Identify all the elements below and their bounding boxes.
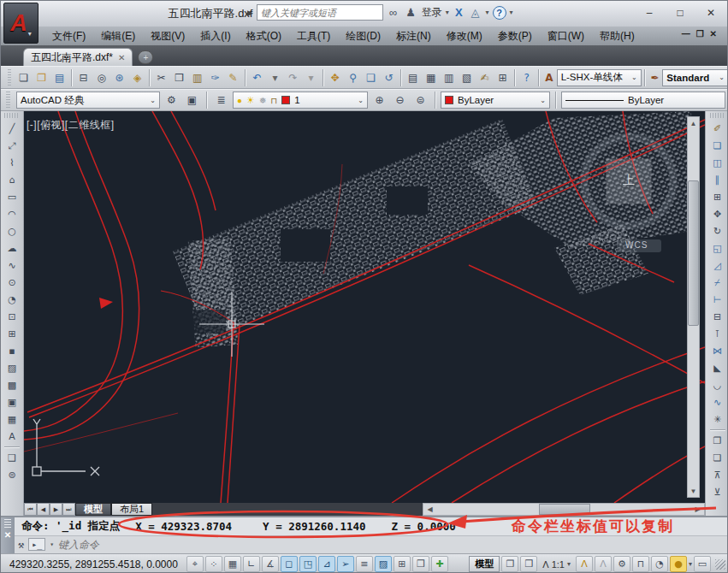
undo-caret[interactable]: ▾ <box>266 68 284 86</box>
sheet-set-manager-icon[interactable]: ▧ <box>458 68 476 86</box>
workspace-settings-icon[interactable]: ⚙ <box>163 92 181 109</box>
clean-screen-icon[interactable]: ▭ <box>694 556 711 572</box>
cursor-coordinates[interactable]: 429320.3255, 2891255.4518, 0.0000 <box>4 558 185 570</box>
polygon-icon[interactable]: ⌂ <box>3 171 21 188</box>
menu-draw[interactable]: 绘图(D) <box>339 27 388 45</box>
viewcube-top-face[interactable]: 上 <box>623 173 635 188</box>
print-preview-icon[interactable]: ◎ <box>92 68 110 86</box>
offset-icon[interactable]: ∥ <box>709 171 726 188</box>
color-combo[interactable]: ByLayer ⌄ <box>441 92 550 109</box>
publish-icon[interactable]: ⊛ <box>110 68 128 86</box>
layer-combo[interactable]: ● ☀ ❅ ⊓ 1 ⌄ <box>233 92 368 109</box>
search-expand-icon[interactable]: ▶ <box>247 9 253 17</box>
quick-view-layouts-icon[interactable]: ❐ <box>501 556 518 572</box>
status-caret-icon[interactable]: ▾ <box>689 560 692 568</box>
fillet-icon[interactable]: ◡ <box>709 376 726 393</box>
copy-clip-icon[interactable]: ❒ <box>170 68 188 86</box>
print-icon[interactable]: ⊟ <box>74 68 92 86</box>
cut-icon[interactable]: ✂ <box>152 68 170 86</box>
gradient-icon[interactable]: ▩ <box>3 376 21 393</box>
region-icon[interactable]: ▣ <box>3 393 21 411</box>
auto-annotate-icon[interactable]: Λ <box>595 556 612 572</box>
table-icon[interactable]: ▦ <box>3 411 21 428</box>
send-to-back-icon[interactable]: ❏ <box>709 449 726 466</box>
menu-parametric[interactable]: 参数(P) <box>491 27 539 45</box>
linetype-combo[interactable]: ByLayer <box>561 92 725 109</box>
ortho-mode-toggle[interactable]: ∟ <box>243 556 260 572</box>
tab-layout1[interactable]: 布局1 <box>111 503 152 516</box>
snap-mode-toggle[interactable]: ⁘ <box>205 556 222 572</box>
minimize-button[interactable]: – <box>636 4 662 21</box>
toolbar-grip[interactable] <box>8 69 11 86</box>
toolbar-grip[interactable] <box>6 92 10 109</box>
open-file-icon[interactable]: ❐ <box>33 68 50 86</box>
doc-close-icon[interactable]: ✕ <box>710 29 717 38</box>
drawing-canvas[interactable]: [-][俯视][二维线框] <box>24 111 705 503</box>
menu-edit[interactable]: 编辑(E) <box>94 27 142 45</box>
vertical-scroll-thumb[interactable] <box>688 180 699 326</box>
tab-nav-prev-button[interactable]: ◀ <box>37 503 50 516</box>
window-resize-grip[interactable] <box>715 559 725 570</box>
block-editor-icon[interactable]: ✎ <box>224 68 242 86</box>
undo-icon[interactable]: ↶ <box>248 68 266 86</box>
lineweight-toggle[interactable]: ≡ <box>356 556 373 572</box>
pan-icon[interactable]: ✥ <box>326 68 344 86</box>
arc-icon[interactable]: ◠ <box>3 205 21 222</box>
layer-on-bulb-icon[interactable]: ● <box>237 96 242 105</box>
dynamic-ucs-toggle[interactable]: ⊿ <box>318 556 335 572</box>
viewport-controls-label[interactable]: [-][俯视][二维线框] <box>27 118 115 133</box>
layer-states-icon[interactable]: ⊜ <box>411 92 429 109</box>
export-dwf-icon[interactable]: ◈ <box>128 68 146 86</box>
zoom-realtime-icon[interactable]: ⚲ <box>344 68 362 86</box>
new-file-icon[interactable]: ❏ <box>15 68 33 86</box>
command-grip[interactable] <box>4 519 11 528</box>
model-space-button[interactable]: 模型 <box>469 556 500 572</box>
menu-format[interactable]: 格式(O) <box>240 27 288 45</box>
save-icon[interactable]: ▤ <box>50 68 68 86</box>
tab-nav-first-button[interactable]: ⏮ <box>24 503 37 516</box>
signin-link[interactable]: 登录 <box>422 5 442 20</box>
bring-to-front-icon[interactable]: ❐ <box>709 432 726 449</box>
signin-caret-icon[interactable]: ▾ <box>446 9 449 16</box>
user-icon[interactable]: ♟ <box>403 6 418 19</box>
quick-view-drawings-icon[interactable]: ❒ <box>520 556 537 572</box>
save-workspace-icon[interactable]: ▣ <box>183 92 201 109</box>
quickcalc-icon[interactable]: ⊞ <box>494 68 512 86</box>
isolate-objects-bulb-icon[interactable]: ● <box>670 556 687 572</box>
transparency-toggle[interactable]: ▨ <box>375 556 392 572</box>
blend-curves-icon[interactable]: ∿ <box>709 393 726 411</box>
annotation-visibility-icon[interactable]: Λ <box>576 556 593 572</box>
menu-dimension[interactable]: 标注(N) <box>389 27 438 45</box>
redo-caret[interactable]: ▾ <box>302 68 320 86</box>
tab-nav-next-button[interactable]: ▶ <box>50 503 62 516</box>
layer-properties-icon[interactable]: ≣ <box>212 92 230 109</box>
rotate-icon[interactable]: ↻ <box>709 222 726 239</box>
markup-set-manager-icon[interactable]: ✍ <box>476 68 494 86</box>
layer-unlock-icon[interactable]: ⊓ <box>270 96 277 105</box>
menu-modify[interactable]: 修改(M) <box>440 27 489 45</box>
new-tab-button[interactable]: + <box>138 50 153 64</box>
lock-ui-icon[interactable]: ⊓ <box>632 556 649 572</box>
exchange-apps-icon[interactable]: X <box>453 6 465 19</box>
toolbar-grip[interactable] <box>710 113 725 118</box>
menu-file[interactable]: 文件(F) <box>45 27 92 45</box>
redo-icon[interactable]: ↷ <box>284 68 302 86</box>
doc-minimize-icon[interactable]: — <box>682 29 690 38</box>
layer-thaw-sun-icon[interactable]: ☀ <box>246 95 255 106</box>
file-tab-active[interactable]: 五四北南平路.dxf* ✕ <box>23 48 133 66</box>
hatch-icon[interactable]: ▨ <box>3 359 21 376</box>
bring-above-icon[interactable]: ⊼ <box>709 466 726 483</box>
toolbar-grip[interactable] <box>4 113 20 118</box>
menu-tools[interactable]: 工具(T) <box>290 27 337 45</box>
help-search-input[interactable] <box>257 4 383 21</box>
chamfer-icon[interactable]: ◣ <box>709 359 726 376</box>
ellipse-arc-icon[interactable]: ◔ <box>3 291 21 308</box>
make-object-layer-current-icon[interactable]: ⊖ <box>391 92 409 109</box>
layer-freeze-icon[interactable]: ❅ <box>259 96 266 105</box>
extend-icon[interactable]: ⊢ <box>709 291 726 308</box>
layer-previous-icon[interactable]: ⊕ <box>370 92 388 109</box>
object-snap-3d-toggle[interactable]: ◳ <box>299 556 317 572</box>
copy-icon[interactable]: ❏ <box>709 137 726 154</box>
menu-help[interactable]: 帮助(H) <box>593 27 642 45</box>
designcenter-icon[interactable]: ▦ <box>422 68 440 86</box>
